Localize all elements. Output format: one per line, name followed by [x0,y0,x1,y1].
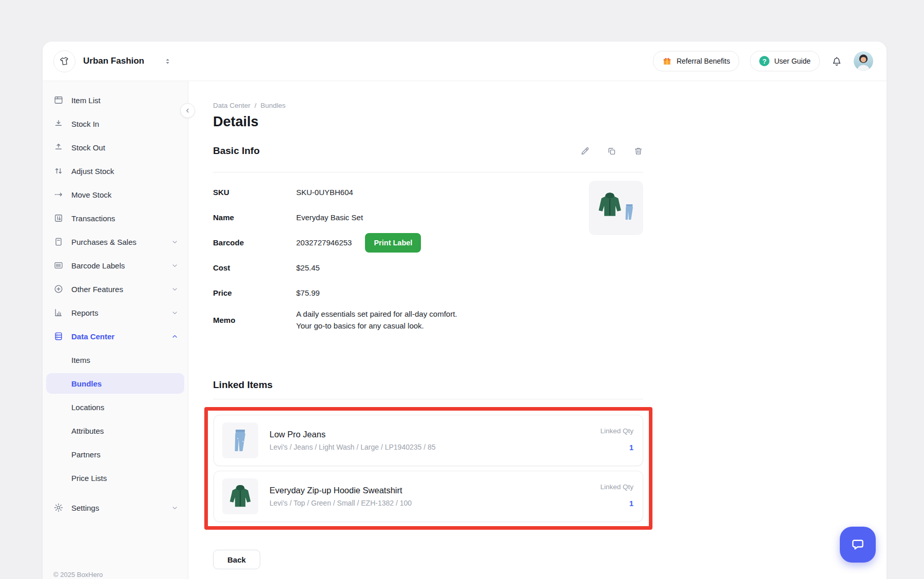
user-guide-button[interactable]: ? User Guide [750,51,820,71]
linked-item-attributes: Levi's / Top / Green / Small / EZH-1382 … [270,499,412,507]
sidebar-item-label: Stock Out [71,143,105,152]
copyright-text: © 2025 BoxHero [53,571,103,578]
price-label: Price [213,288,296,297]
sidebar-subitem-label: Partners [71,450,101,459]
sidebar-item-settings[interactable]: Settings [43,496,188,519]
bar-chart-icon [53,307,64,318]
arrow-up-tray-icon [53,142,64,152]
plus-circle-icon [53,284,64,294]
bell-icon[interactable] [831,55,843,67]
app-body: Item List Stock In Stock Out Adjust Stoc… [43,81,887,579]
workspace-switcher[interactable]: Urban Fashion [53,50,171,72]
barcode-icon [53,260,64,271]
price-value: $75.99 [296,287,643,299]
copy-icon[interactable] [607,146,617,156]
name-label: Name [213,213,296,222]
main-content: Data Center / Bundles Details Basic Info [188,81,887,579]
basic-info-header: Basic Info [213,144,643,158]
sidebar-subitem-price-lists[interactable]: Price Lists [43,466,188,490]
sorter-icon [164,57,171,65]
chat-fab-button[interactable] [840,527,876,563]
linked-qty-value: 1 [629,499,633,508]
sidebar-item-label: Other Features [71,285,123,294]
pencil-icon[interactable] [580,146,590,156]
top-bar: Urban Fashion Referral Benefits [43,42,887,81]
linked-item-row[interactable]: Low Pro Jeans Levi's / Jeans / Light Was… [214,415,643,466]
sidebar-item-reports[interactable]: Reports [43,301,188,324]
dashed-arrow-right-icon [53,189,64,200]
chevron-down-icon [171,285,179,293]
jeans-image [621,195,638,229]
memo-line-2: Your go-to basics for any casual look. [296,320,643,332]
invoice-icon [53,237,64,247]
breadcrumb: Data Center / Bundles [213,102,643,109]
field-row-barcode: Barcode 2032727946253 Print Label [213,230,643,255]
basic-info-fields: SKU SKU-0UYBH604 Name Everyday Basic Set… [213,172,643,334]
question-circle-icon: ? [759,56,769,66]
cost-label: Cost [213,263,296,272]
sidebar-item-adjust-stock[interactable]: Adjust Stock [43,159,188,183]
transactions-box-icon [53,213,64,223]
print-label-button[interactable]: Print Label [365,233,421,253]
sidebar-item-data-center[interactable]: Data Center [43,324,188,348]
sidebar-subitem-label: Bundles [71,379,102,388]
chevron-up-icon [171,333,179,340]
page-title: Details [213,113,643,130]
jeans-thumbnail [222,422,258,458]
trash-icon[interactable] [633,146,643,156]
sidebar-item-other-features[interactable]: Other Features [43,277,188,301]
sidebar-item-label: Reports [71,308,99,317]
breadcrumb-bundles[interactable]: Bundles [261,102,286,109]
top-bar-actions: Referral Benefits ? User Guide [653,51,873,71]
linked-item-row[interactable]: Everyday Zip-up Hoodie Sweatshirt Levi's… [214,471,643,522]
sidebar-item-barcode-labels[interactable]: Barcode Labels [43,254,188,277]
field-row-sku: SKU SKU-0UYBH604 [213,180,643,205]
breadcrumb-data-center[interactable]: Data Center [213,102,251,109]
sidebar-collapse-button[interactable] [180,103,195,118]
referral-benefits-button[interactable]: Referral Benefits [653,51,739,71]
sidebar-subitem-attributes[interactable]: Attributes [43,419,188,442]
sidebar-item-label: Transactions [71,214,115,223]
user-avatar[interactable] [854,51,873,71]
sidebar-item-move-stock[interactable]: Move Stock [43,183,188,206]
field-row-name: Name Everyday Basic Set [213,205,643,230]
cost-value: $25.45 [296,262,643,274]
sidebar-item-stock-out[interactable]: Stock Out [43,136,188,159]
highlight-box: Low Pro Jeans Levi's / Jeans / Light Was… [204,407,652,530]
sidebar-item-label: Move Stock [71,190,111,199]
workspace-name: Urban Fashion [83,56,144,66]
arrow-down-tray-icon [53,119,64,129]
back-button[interactable]: Back [213,550,260,569]
sidebar-item-purchases-sales[interactable]: Purchases & Sales [43,230,188,254]
sidebar-subitem-label: Attributes [71,427,104,435]
workspace-logo [53,50,75,72]
linked-item-name: Everyday Zip-up Hoodie Sweatshirt [270,486,412,495]
hoodie-thumbnail [222,478,258,514]
sidebar-item-label: Data Center [71,332,114,341]
sidebar-subitem-label: Locations [71,403,104,412]
sidebar-subitem-partners[interactable]: Partners [43,442,188,466]
field-row-memo: Memo A daily essentials set paired for a… [213,305,643,334]
sidebar-subitem-locations[interactable]: Locations [43,395,188,419]
sidebar-item-item-list[interactable]: Item List [43,88,188,112]
field-row-cost: Cost $25.45 [213,255,643,280]
linked-items-title: Linked Items [213,379,273,391]
chevron-down-icon [171,238,179,246]
linked-items-header: Linked Items [213,378,643,392]
database-icon [53,331,64,341]
sidebar-item-transactions[interactable]: Transactions [43,206,188,230]
chevron-down-icon [171,262,179,269]
linked-qty-label: Linked Qty [600,483,633,491]
chevron-down-icon [171,309,179,317]
sidebar-subitem-items[interactable]: Items [43,348,188,372]
sidebar-subitem-bundles[interactable]: Bundles [46,373,184,394]
sidebar-item-label: Adjust Stock [71,167,114,176]
barcode-value: 2032727946253 [296,237,352,248]
user-guide-label: User Guide [774,57,811,65]
sidebar-item-stock-in[interactable]: Stock In [43,112,188,136]
sidebar-subitem-label: Price Lists [71,474,107,483]
linked-item-attributes: Levi's / Jeans / Light Wash / Large / LP… [270,443,436,451]
linked-qty-value: 1 [629,443,633,452]
field-row-price: Price $75.99 [213,280,643,305]
sku-label: SKU [213,188,296,197]
